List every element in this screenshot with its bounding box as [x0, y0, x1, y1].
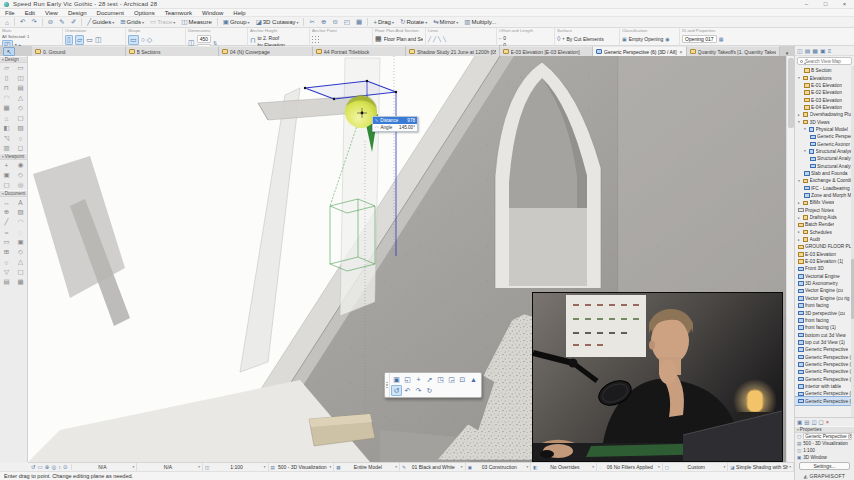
shape-polygon-icon[interactable]: ◇ [147, 36, 152, 44]
view-map-item[interactable]: Project Notes [795, 207, 854, 214]
expand-arrow-icon[interactable]: ▾ [798, 120, 801, 124]
document-tool-icon[interactable]: ◠ [14, 217, 28, 227]
expand-arrow-icon[interactable]: ▸ [798, 113, 801, 117]
view-map-item[interactable]: Generic Axonor [795, 140, 854, 147]
expand-arrow-icon[interactable]: ▸ [798, 238, 801, 242]
navigation-icon[interactable]: ▭ [38, 464, 43, 470]
pet-palette-button[interactable]: ⊡ [457, 374, 468, 385]
view-map-item[interactable]: E-03 Elevation [795, 251, 854, 258]
pet-palette-button[interactable]: ◳ [435, 374, 446, 385]
scissors-icon[interactable]: ✂ [306, 17, 317, 27]
viewpoint-tool-icon[interactable]: + [0, 160, 14, 170]
view-map-item[interactable]: ▸ Drafting Aids [795, 214, 854, 221]
minimize-button[interactable]: – [797, 0, 816, 9]
drag-button[interactable]: + Drag ▾ [370, 17, 397, 27]
close-icon[interactable]: × [680, 49, 683, 55]
design-tool-icon[interactable]: ▱ [0, 63, 14, 73]
active-view-name[interactable]: Generic Perspective (6 [803, 433, 852, 440]
view-map-item[interactable]: IFC - Loadbearing E [795, 185, 854, 192]
menu-help[interactable]: Help [228, 9, 250, 17]
cutaway-button[interactable]: ◪ 3D Cutaway ▾ [253, 17, 302, 27]
pen-icon[interactable]: ✎ [56, 17, 67, 27]
shape-rectangle-icon[interactable]: ▭ [128, 35, 139, 45]
view-map-item[interactable]: E-02 Elevation [795, 89, 854, 96]
view-map-item[interactable]: Generic Perspective [795, 346, 854, 353]
document-tool-icon[interactable]: ▽ [0, 267, 14, 277]
viewpoint-tool-icon[interactable]: ◇ [14, 170, 28, 180]
navigation-icon[interactable]: ↺ [31, 464, 36, 470]
viewport-scrollbar[interactable] [786, 56, 794, 462]
navigator-panel-icon[interactable]: ≡ [828, 48, 832, 54]
expand-arrow-icon[interactable]: ▸ [798, 216, 801, 220]
measure-button[interactable]: ◫ Measure [178, 17, 215, 27]
viewpoint-tool-icon[interactable]: ◎ [14, 180, 28, 190]
pet-palette-button[interactable]: ↺ [391, 385, 402, 396]
menu-window[interactable]: Window [197, 9, 228, 17]
document-tool-icon[interactable]: ◇ [14, 247, 28, 257]
view-map-item[interactable]: E-01 Elevation [795, 82, 854, 89]
tracker-distance-row[interactable]: ✎ Distance 978 [373, 117, 417, 124]
document-tool-icon[interactable]: ▨ [14, 207, 28, 217]
pet-palette-button[interactable]: ▣ [391, 374, 402, 385]
toolbar-separator[interactable] [303, 18, 304, 26]
id-field[interactable]: Opening 017 [682, 35, 717, 43]
settings-button[interactable]: Settings... [799, 462, 850, 470]
properties-toolbar-icon[interactable]: ◫ [811, 419, 816, 425]
document-tool-icon[interactable]: ▦ [14, 277, 28, 287]
view-map-item[interactable]: E-03 Elevation [795, 96, 854, 103]
shape-circle-icon[interactable]: ○ [141, 36, 145, 44]
undo-icon[interactable]: ↶ [17, 17, 28, 27]
view-map-item[interactable]: E-03 Elevation (1) [795, 258, 854, 265]
pet-palette-button[interactable]: + [413, 374, 424, 385]
expand-arrow-icon[interactable]: ▾ [798, 76, 801, 80]
pet-palette-button[interactable]: ↗ [424, 374, 435, 385]
menu-options[interactable]: Options [129, 9, 160, 17]
document-tool-icon[interactable]: A [14, 197, 28, 207]
design-tool-icon[interactable]: ◻ [14, 143, 28, 153]
grid-snap-icon[interactable]: ▦ [353, 17, 365, 27]
design-tool-icon[interactable]: ▨ [14, 123, 28, 133]
view-map-item[interactable]: bottom cut 3d View [795, 331, 854, 338]
tab-shadow-study[interactable]: Shadow Study 21 June at 1200h [05 Sh [406, 46, 500, 56]
expand-arrow-icon[interactable]: ▸ [798, 201, 801, 205]
design-tool-icon[interactable]: △ [14, 93, 28, 103]
expand-arrow-icon[interactable]: ▾ [804, 127, 807, 131]
menu-document[interactable]: Document [92, 9, 129, 17]
view-map-item[interactable]: front facing [795, 317, 854, 324]
design-tool-icon[interactable]: ◹ [0, 133, 14, 143]
design-tool-icon[interactable]: ▭ [14, 63, 28, 73]
floor-plan-value[interactable]: Floor Plan and Section... [384, 36, 423, 42]
width-field[interactable]: 450 [197, 35, 211, 43]
design-tool-icon[interactable]: ◇ [14, 103, 28, 113]
expand-arrow-icon[interactable]: ▸ [798, 230, 801, 234]
home-icon[interactable]: ⌂ [2, 17, 12, 27]
viewpoint-tool-icon[interactable]: ▢ [0, 180, 14, 190]
navigator-panel-icon[interactable]: ▤ [805, 47, 811, 54]
tab-generic-perspective[interactable]: Generic Perspective (6) [3D / All] × [593, 46, 687, 56]
anchor-to[interactable]: to 2. Roof [257, 35, 284, 41]
menu-view[interactable]: View [40, 9, 63, 17]
toolbar-separator[interactable] [217, 18, 218, 26]
design-tool-icon[interactable]: ▥ [0, 143, 14, 153]
design-tool-icon[interactable]: ◠ [0, 93, 14, 103]
view-map-item[interactable]: Generic Perspective (5 [795, 390, 854, 397]
pet-palette-button[interactable]: ◱ [402, 374, 413, 385]
cut-line-icon[interactable]: ╱ [428, 35, 431, 43]
document-tool-icon[interactable]: △ [14, 257, 28, 267]
view-map-item[interactable]: Generic Perspective (4 [795, 375, 854, 382]
view-map-item[interactable]: Structural Analy [795, 162, 854, 169]
grids-button[interactable]: ⊞ Grids ▾ [117, 17, 147, 27]
marquee-tool-icon[interactable] [17, 47, 29, 56]
expand-arrow-icon[interactable]: ▾ [804, 149, 807, 153]
document-tool-icon[interactable]: ↔ [0, 197, 14, 207]
view-map-item[interactable]: interior with table [795, 383, 854, 390]
tab-coverpage[interactable]: 04 (N) Coverpage [219, 46, 313, 56]
properties-toolbar-icon[interactable]: ▣ [797, 419, 802, 425]
view-map-item[interactable]: ▾ Exchange & Coordin [795, 177, 854, 184]
design-tool-icon[interactable]: ◧ [0, 123, 14, 133]
expand-arrow-icon[interactable]: ▾ [798, 179, 801, 183]
corner-icon[interactable]: ◰ [341, 17, 353, 27]
search-input[interactable] [805, 59, 849, 64]
view-map-item[interactable]: ▸ Audit [795, 236, 854, 243]
menu-edit[interactable]: Edit [20, 9, 40, 17]
